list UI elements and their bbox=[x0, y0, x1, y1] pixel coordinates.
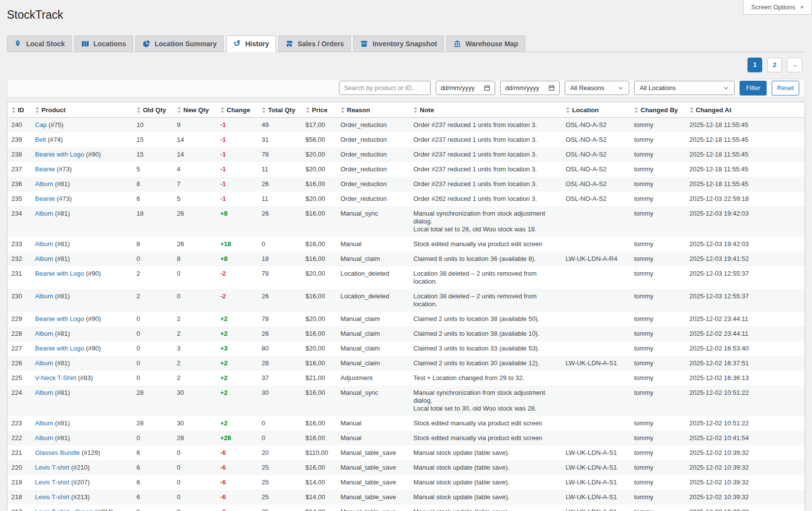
product-link[interactable]: Album bbox=[35, 330, 53, 337]
filter-button[interactable]: Filter bbox=[740, 81, 767, 96]
change-value: -2 bbox=[220, 292, 226, 300]
column-header-new-qty[interactable]: New Qty bbox=[173, 102, 216, 118]
cell-location: OSL-NO-A-S2 bbox=[562, 192, 630, 206]
product-link[interactable]: Album bbox=[35, 434, 53, 442]
tab-locations[interactable]: Locations bbox=[74, 35, 133, 52]
column-header-changed-at[interactable]: Changed At bbox=[685, 102, 805, 118]
column-header-old-qty[interactable]: Old Qty bbox=[133, 102, 173, 118]
cell-changed-by: tommy bbox=[630, 371, 685, 385]
change-value: -1 bbox=[220, 165, 226, 173]
history-icon: ↺ bbox=[233, 40, 241, 48]
product-link[interactable]: Album bbox=[35, 255, 53, 262]
product-link[interactable]: Belt bbox=[35, 136, 46, 143]
product-ref: (#81) bbox=[55, 419, 69, 427]
cell-location bbox=[562, 341, 630, 356]
tab-warehouse-map[interactable]: Warehouse Map bbox=[446, 35, 525, 52]
column-label: Change bbox=[227, 106, 250, 114]
cell-id: 221 bbox=[7, 446, 31, 460]
cell-product: Album (#81) bbox=[31, 356, 133, 371]
cell-reason: Location_deleted bbox=[337, 266, 409, 289]
product-link[interactable]: Beanie bbox=[35, 165, 55, 173]
column-header-total-qty[interactable]: Total Qty bbox=[258, 102, 302, 118]
column-header-change[interactable]: Change bbox=[216, 102, 258, 118]
sort-icon bbox=[35, 107, 39, 113]
screen-options-button[interactable]: Screen Options ▼ bbox=[743, 0, 812, 15]
product-link[interactable]: Beanie with Logo bbox=[35, 270, 84, 277]
search-input[interactable] bbox=[339, 81, 431, 95]
column-header-changed-by[interactable]: Changed By bbox=[630, 102, 685, 118]
next-page-button[interactable]: → bbox=[787, 58, 802, 72]
cell-changed-at: 2025-12-18 11:55:45 bbox=[685, 117, 805, 132]
date-to-input[interactable]: dd/mm/yyyy bbox=[500, 81, 560, 95]
product-link[interactable]: Album bbox=[35, 359, 53, 367]
tab-inventory-snapshot[interactable]: Inventory Snapshot bbox=[353, 35, 444, 52]
date-from-input[interactable]: dd/mm/yyyy bbox=[436, 81, 495, 95]
product-link[interactable]: Album bbox=[35, 292, 53, 300]
cell-note: Stock edited manually via product edit s… bbox=[409, 237, 562, 252]
cell-reason: Manual bbox=[337, 416, 409, 431]
column-label: Changed At bbox=[696, 106, 731, 114]
cell-change: -6 bbox=[216, 475, 258, 490]
column-header-reason[interactable]: Reason bbox=[337, 102, 409, 118]
cell-change: -2 bbox=[216, 289, 258, 312]
product-link[interactable]: Album bbox=[35, 389, 53, 396]
tab-label: Sales / Orders bbox=[298, 40, 344, 48]
product-link[interactable]: Album bbox=[35, 180, 53, 188]
column-header-price[interactable]: Price bbox=[302, 102, 337, 118]
product-link[interactable]: Levis T-shirt bbox=[35, 464, 69, 471]
cell-old-qty: 10 bbox=[133, 117, 173, 132]
product-link[interactable]: Album bbox=[35, 240, 53, 248]
page-button-1[interactable]: 1 bbox=[747, 58, 762, 72]
product-ref: (#81) bbox=[55, 255, 69, 262]
cell-changed-at: 2025-12-18 11:55:45 bbox=[685, 177, 805, 192]
tab-sales-orders[interactable]: Sales / Orders bbox=[278, 35, 351, 52]
cell-old-qty: 6 bbox=[133, 446, 173, 460]
table-row: 240Cap (#75)109-149$17,00Order_reduction… bbox=[7, 117, 805, 132]
product-link[interactable]: Glasses Bundle bbox=[35, 449, 80, 456]
tab-local-stock[interactable]: Local Stock bbox=[7, 35, 72, 52]
tab-label: Inventory Snapshot bbox=[372, 40, 437, 48]
cell-location bbox=[562, 326, 630, 341]
cell-reason: Order_reduction bbox=[337, 147, 409, 162]
column-header-product[interactable]: Product bbox=[31, 102, 133, 118]
tab-label: Local Stock bbox=[26, 40, 65, 48]
cell-changed-by: tommy bbox=[630, 132, 685, 147]
reset-button[interactable]: Reset bbox=[772, 81, 799, 96]
table-header-row: IDProductOld QtyNew QtyChangeTotal QtyPr… bbox=[7, 102, 805, 118]
product-link[interactable]: Beanie bbox=[35, 195, 55, 202]
product-link[interactable]: Beanie with Logo bbox=[35, 151, 84, 158]
page-button-2[interactable]: 2 bbox=[767, 58, 782, 72]
cell-product: Album (#81) bbox=[31, 385, 133, 416]
cell-changed-at: 2025-12-02 10:39:32 bbox=[685, 475, 805, 490]
cell-change: -6 bbox=[216, 446, 258, 460]
product-link[interactable]: Album bbox=[35, 210, 53, 217]
cell-changed-by: tommy bbox=[630, 237, 685, 252]
product-ref: (#73) bbox=[57, 165, 71, 173]
cell-changed-by: tommy bbox=[630, 475, 685, 490]
tab-history[interactable]: ↺History bbox=[226, 35, 276, 52]
cell-total-qty: 31 bbox=[258, 132, 302, 147]
location-select[interactable]: All Locations bbox=[634, 81, 735, 95]
product-link[interactable]: Album bbox=[35, 419, 53, 427]
product-link[interactable]: Beanie with Logo bbox=[35, 345, 84, 352]
cell-new-qty: 30 bbox=[173, 416, 216, 431]
column-header-id[interactable]: ID bbox=[7, 102, 31, 118]
cell-location: LW-UK-LDN-A-R4 bbox=[562, 252, 630, 266]
product-link[interactable]: Levis T-shirt bbox=[35, 479, 69, 486]
column-header-location[interactable]: Location bbox=[562, 102, 630, 118]
cell-changed-at: 2025-12-03 19:42:03 bbox=[685, 237, 805, 252]
cell-note: Location 38 deleted – 2 units removed fr… bbox=[409, 289, 562, 312]
cell-old-qty: 0 bbox=[133, 371, 173, 385]
cell-id: 234 bbox=[7, 206, 31, 237]
product-link[interactable]: Cap bbox=[35, 121, 47, 128]
product-link[interactable]: Levis T-shirt bbox=[35, 493, 69, 501]
change-value: -6 bbox=[220, 449, 226, 456]
product-link[interactable]: Beanie with Logo bbox=[35, 315, 84, 322]
cell-changed-at: 2025-12-02 10:39:32 bbox=[685, 505, 805, 511]
reason-select[interactable]: All Reasons bbox=[565, 81, 629, 95]
cell-changed-by: tommy bbox=[630, 446, 685, 460]
tab-location-summary[interactable]: Location Summary bbox=[135, 35, 224, 52]
product-link[interactable]: Levis T-shirt - Green bbox=[35, 508, 93, 511]
product-link[interactable]: V-Neck T-Shirt bbox=[35, 374, 76, 382]
column-header-note[interactable]: Note bbox=[409, 102, 562, 118]
